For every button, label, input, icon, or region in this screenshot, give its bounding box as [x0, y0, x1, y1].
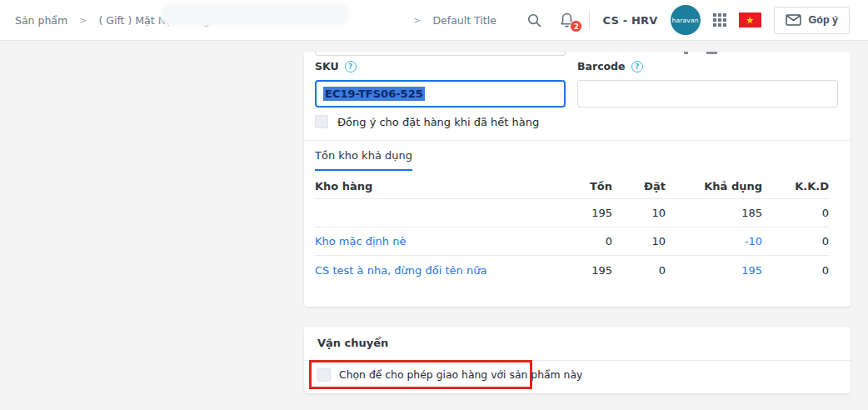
col-header-kkd: K.K.D	[762, 180, 829, 192]
row-kkd-value: 0	[762, 235, 829, 248]
flag-star: ★	[746, 16, 754, 25]
col-header-available: Khả dụng	[666, 180, 762, 192]
backorder-checkbox-row: Đồng ý cho đặt hàng khi đã hết hàng	[315, 115, 539, 128]
sku-label: SKU ?	[315, 60, 357, 72]
search-icon[interactable]	[524, 10, 544, 30]
topbar-actions: 2 CS - HRV haravan ★ Góp ý	[524, 5, 850, 35]
apps-grid-icon[interactable]	[713, 13, 726, 27]
row-kkd-value: 0	[762, 207, 829, 219]
table-row: CS test à nha, đừng đổi tên nữa 195 0 19…	[315, 256, 829, 284]
row-available-value: 185	[666, 207, 762, 219]
backorder-checkbox-label: Đồng ý cho đặt hàng khi đã hết hàng	[337, 116, 539, 128]
redacted-product-name-overlay	[162, 4, 347, 24]
row-kkd-value: 0	[762, 264, 829, 277]
clipped-field-above	[315, 52, 566, 56]
row-stock-value: 0	[529, 235, 612, 248]
feedback-button-label: Góp ý	[809, 14, 838, 26]
breadcrumb-products-link[interactable]: Sản phẩm	[15, 14, 67, 27]
shipping-section-title: Vận chuyển	[317, 337, 388, 349]
notification-count-badge: 2	[570, 20, 582, 32]
barcode-label: Barcode ?	[577, 60, 643, 72]
shipping-checkbox-annotation-box: Chọn để cho phép giao hàng với sản phẩm …	[309, 360, 532, 389]
table-row: Kho mặc định nè 0 10 -10 0	[315, 228, 829, 256]
notifications-bell-icon[interactable]: 2	[556, 10, 576, 30]
backorder-checkbox[interactable]	[315, 115, 328, 128]
shipping-checkbox[interactable]	[317, 368, 331, 382]
col-header-ordered: Đặt	[612, 180, 666, 192]
row-ordered-value: 0	[612, 264, 666, 277]
envelope-icon	[786, 14, 801, 26]
inventory-table-header: Kho hàng Tồn Đặt Khả dụng K.K.D	[315, 173, 829, 199]
row-available-link[interactable]: -10	[666, 235, 762, 248]
breadcrumb-variant-title: Default Title	[432, 14, 496, 27]
clipped-text-fragment	[684, 52, 688, 54]
col-header-warehouse: Kho hàng	[315, 180, 529, 192]
row-ordered-value: 10	[612, 207, 666, 219]
table-row: 195 10 185 0	[315, 199, 829, 228]
row-stock-value: 195	[529, 264, 612, 277]
barcode-help-icon[interactable]: ?	[631, 61, 643, 72]
breadcrumb: Sản phẩm > ( Gift ) Mặt Nạ Dưỡng Ẩ > Def…	[15, 14, 496, 27]
avatar[interactable]: haravan	[671, 5, 701, 35]
sku-value-selected: EC19-TFS06-525	[323, 87, 425, 101]
breadcrumb-separator: >	[413, 15, 421, 26]
row-ordered-value: 10	[612, 235, 666, 248]
row-available-link[interactable]: 195	[666, 264, 762, 277]
section-divider	[304, 140, 851, 141]
feedback-button[interactable]: Góp ý	[774, 7, 850, 34]
clipped-text-fragment	[706, 52, 717, 54]
row-stock-value: 195	[529, 207, 612, 219]
sku-input[interactable]: EC19-TFS06-525	[315, 80, 566, 108]
barcode-label-text: Barcode	[577, 60, 626, 72]
shipping-card: Vận chuyển Chọn để cho phép giao hàng vớ…	[304, 327, 851, 393]
breadcrumb-separator: >	[79, 15, 87, 26]
barcode-input[interactable]	[577, 80, 838, 108]
top-bar: Sản phẩm > ( Gift ) Mặt Nạ Dưỡng Ẩ > Def…	[0, 0, 868, 41]
sku-label-text: SKU	[315, 60, 339, 72]
row-warehouse-link[interactable]: CS test à nha, đừng đổi tên nữa	[315, 264, 529, 277]
row-warehouse-link[interactable]: Kho mặc định nè	[315, 235, 529, 248]
variant-details-card: SKU ? Barcode ? EC19-TFS06-525 Đồng ý ch…	[304, 52, 851, 307]
col-header-stock: Tồn	[529, 180, 612, 192]
tab-inventory[interactable]: Tồn kho khả dụng	[315, 149, 412, 171]
sku-help-icon[interactable]: ?	[345, 61, 357, 72]
account-name[interactable]: CS - HRV	[602, 14, 657, 27]
topbar-divider	[589, 10, 590, 30]
shipping-checkbox-label: Chọn để cho phép giao hàng với sản phẩm …	[339, 368, 582, 381]
inventory-table: Kho hàng Tồn Đặt Khả dụng K.K.D 195 10 1…	[315, 173, 829, 284]
vietnam-flag-icon[interactable]: ★	[739, 12, 761, 28]
